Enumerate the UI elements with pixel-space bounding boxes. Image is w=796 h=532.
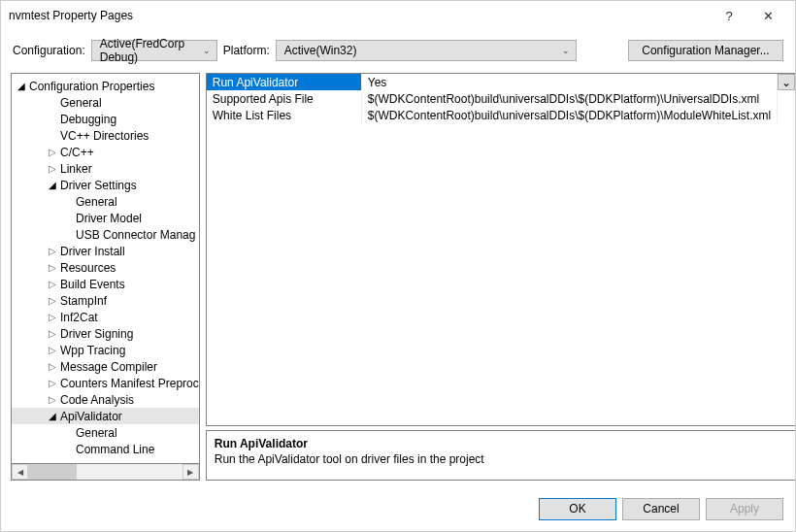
tree-label: Command Line <box>74 443 154 456</box>
chevron-down-icon: ⌄ <box>562 46 570 55</box>
expand-icon[interactable]: ▷ <box>47 262 58 273</box>
description-body: Run the ApiValidator tool on driver file… <box>215 452 787 466</box>
chevron-down-icon: ⌄ <box>203 46 211 55</box>
scroll-left-icon[interactable]: ◀ <box>12 464 28 480</box>
tree-label: Debugging <box>58 113 116 126</box>
scroll-track[interactable] <box>28 464 182 480</box>
tree-label: Inf2Cat <box>58 311 98 324</box>
grid-row[interactable]: Supported Apis File$(WDKContentRoot)buil… <box>207 90 795 107</box>
tree-label: Driver Signing <box>58 327 133 341</box>
tree-label: VC++ Directories <box>58 129 149 143</box>
expand-icon[interactable]: ▷ <box>47 378 58 388</box>
tree-label: USB Connector Manag <box>74 228 195 242</box>
tree-label: Configuration Properties <box>27 80 154 93</box>
expand-icon[interactable]: ▷ <box>47 345 58 355</box>
close-button[interactable]: ✕ <box>748 9 787 23</box>
expand-icon[interactable]: ▷ <box>47 312 58 322</box>
tree-label: Code Analysis <box>58 393 134 407</box>
scroll-right-icon[interactable]: ▶ <box>182 464 199 480</box>
grid-prop-value[interactable]: $(WDKContentRoot)build\universalDDIs\$(D… <box>362 107 778 123</box>
expand-icon[interactable]: ◢ <box>47 411 58 421</box>
tree-item[interactable]: ▷Resources <box>12 259 199 276</box>
configuration-manager-button[interactable]: Configuration Manager... <box>628 40 783 61</box>
tree-item[interactable]: ▷Message Compiler <box>12 358 199 375</box>
grid-prop-value[interactable]: Yes <box>362 74 778 90</box>
tree-item[interactable]: ▷Wpp Tracing <box>12 342 199 358</box>
tree-item[interactable]: VC++ Directories <box>12 127 199 144</box>
grid-dropdown-icon <box>778 90 795 107</box>
cancel-button[interactable]: Cancel <box>622 498 700 520</box>
footer: OK Cancel Apply <box>1 486 795 531</box>
tree-item[interactable]: ◢Driver Settings <box>12 177 199 193</box>
expand-icon[interactable]: ▷ <box>47 147 58 157</box>
tree-label: Driver Install <box>58 245 125 258</box>
expand-icon[interactable]: ▷ <box>47 279 58 289</box>
grid-dropdown-icon[interactable]: ⌄ <box>778 74 795 90</box>
tree-item[interactable]: ▷Counters Manifest Preproc <box>12 375 199 391</box>
tree-item[interactable]: ▷Build Events <box>12 276 199 292</box>
tree-item[interactable]: General <box>12 193 199 210</box>
expand-icon[interactable]: ▷ <box>47 163 58 174</box>
grid-prop-value[interactable]: $(WDKContentRoot)build\universalDDIs\$(D… <box>362 90 778 107</box>
tree-label: Build Events <box>58 278 125 291</box>
tree-item[interactable]: USB Connector Manag <box>12 226 199 243</box>
tree-label: Wpp Tracing <box>58 344 125 357</box>
grid-row[interactable]: Run ApiValidatorYes⌄ <box>207 74 795 90</box>
platform-label: Platform: <box>223 44 270 57</box>
grid-prop-name: White List Files <box>207 107 362 123</box>
tree-item[interactable]: ▷StampInf <box>12 292 199 309</box>
configuration-label: Configuration: <box>13 44 85 57</box>
tree-label: C/C++ <box>58 146 94 159</box>
tree-hscrollbar[interactable]: ◀ ▶ <box>11 464 200 481</box>
tree[interactable]: ◢Configuration PropertiesGeneralDebuggin… <box>11 73 200 464</box>
expand-icon[interactable]: ◢ <box>47 180 58 190</box>
tree-item[interactable]: Driver Model <box>12 210 199 226</box>
tree-panel: ◢Configuration PropertiesGeneralDebuggin… <box>11 73 200 481</box>
scroll-thumb[interactable] <box>28 464 77 480</box>
grid-dropdown-icon <box>778 107 795 123</box>
apply-button: Apply <box>706 498 783 520</box>
expand-icon[interactable]: ▷ <box>47 295 58 306</box>
tree-label: Message Compiler <box>58 360 157 374</box>
config-toolbar: Configuration: Active(FredCorp Debug) ⌄ … <box>1 30 795 73</box>
tree-item[interactable]: ◢ApiValidator <box>12 408 199 424</box>
tree-label: General <box>58 96 102 110</box>
tree-item[interactable]: Debugging <box>12 111 199 127</box>
expand-icon[interactable]: ▷ <box>47 328 58 339</box>
expand-icon[interactable]: ▷ <box>47 361 58 372</box>
expand-icon[interactable]: ▷ <box>47 246 58 256</box>
main-area: ◢Configuration PropertiesGeneralDebuggin… <box>1 73 795 486</box>
ok-button[interactable]: OK <box>539 498 616 520</box>
tree-label: Linker <box>58 162 92 176</box>
grid-row[interactable]: White List Files$(WDKContentRoot)build\u… <box>207 107 795 123</box>
tree-item[interactable]: ▷Linker <box>12 160 199 177</box>
configuration-combo[interactable]: Active(FredCorp Debug) ⌄ <box>91 40 217 61</box>
tree-label: StampInf <box>58 294 107 308</box>
tree-label: Driver Settings <box>58 179 137 192</box>
help-button[interactable]: ? <box>710 9 748 23</box>
tree-item[interactable]: ▷Driver Install <box>12 243 199 259</box>
tree-item[interactable]: ▷Code Analysis <box>12 391 199 408</box>
tree-label: General <box>74 195 117 209</box>
tree-root[interactable]: ◢Configuration Properties <box>12 78 199 94</box>
window-title: nvmtest Property Pages <box>9 9 710 22</box>
tree-label: Counters Manifest Preproc <box>58 377 199 390</box>
expand-icon[interactable]: ▷ <box>47 394 58 405</box>
description-title: Run ApiValidator <box>215 437 787 450</box>
platform-value: Active(Win32) <box>284 44 357 57</box>
tree-label: Driver Model <box>74 212 142 225</box>
tree-label: Resources <box>58 261 116 275</box>
titlebar: nvmtest Property Pages ? ✕ <box>1 1 795 30</box>
tree-item[interactable]: General <box>12 94 199 111</box>
tree-item[interactable]: ▷Driver Signing <box>12 325 199 342</box>
tree-item[interactable]: General <box>12 424 199 441</box>
tree-item[interactable]: ▷Inf2Cat <box>12 309 199 325</box>
tree-label: ApiValidator <box>58 410 122 423</box>
tree-item[interactable]: Command Line <box>12 441 199 457</box>
platform-combo[interactable]: Active(Win32) ⌄ <box>276 40 577 61</box>
property-grid[interactable]: Run ApiValidatorYes⌄Supported Apis File$… <box>206 73 795 426</box>
expand-icon[interactable]: ◢ <box>16 81 27 91</box>
property-pages-window: nvmtest Property Pages ? ✕ Configuration… <box>0 0 796 532</box>
tree-item[interactable]: ▷C/C++ <box>12 144 199 160</box>
tree-label: General <box>74 426 117 440</box>
